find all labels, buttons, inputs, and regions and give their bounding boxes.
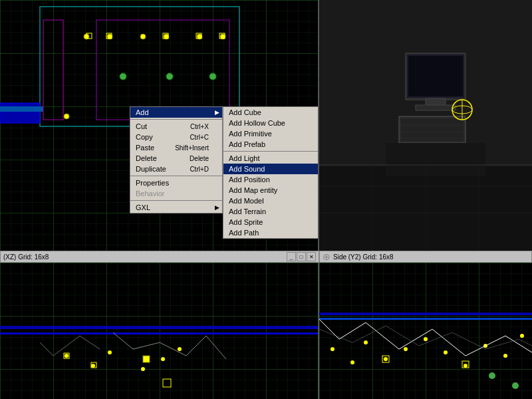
svg-point-8	[140, 34, 146, 39]
menu-item-delete[interactable]: Delete Delete	[130, 153, 222, 164]
viewport-bottom-left	[0, 263, 319, 399]
svg-point-15	[64, 114, 69, 119]
svg-point-71	[444, 350, 448, 354]
svg-point-76	[489, 372, 495, 379]
svg-rect-4	[0, 103, 40, 123]
svg-rect-5	[0, 106, 43, 112]
svg-point-50	[65, 354, 68, 358]
menu-item-delete-label: Delete	[136, 154, 157, 162]
svg-rect-27	[408, 56, 463, 96]
svg-rect-63	[319, 313, 532, 315]
submenu-arrow-gxl: ▶	[215, 204, 219, 211]
svg-point-77	[512, 382, 519, 389]
menu-shortcut-paste: Shift+Insert	[175, 144, 209, 152]
menu-item-duplicate-label: Duplicate	[136, 165, 166, 173]
menu-item-behavior: Behavior	[130, 188, 222, 199]
status-label-left: (XZ) Grid: 16x8	[3, 253, 49, 261]
svg-rect-58	[143, 356, 150, 362]
menu-separator-2	[130, 176, 222, 176]
svg-rect-31	[401, 118, 464, 141]
menu-separator-1	[130, 119, 222, 120]
svg-point-51	[91, 364, 95, 368]
viewport-bottom-right	[319, 263, 532, 399]
close-btn-left[interactable]: ✕	[307, 252, 316, 261]
status-bar-right: ⊕ Side (Y2) Grid: 16x8	[319, 251, 532, 263]
viewport-top-right	[319, 0, 532, 263]
svg-point-66	[350, 360, 354, 364]
menu-item-duplicate[interactable]: Duplicate Ctrl+D	[130, 164, 222, 174]
svg-point-68	[384, 357, 388, 361]
maximize-btn-left[interactable]: □	[297, 252, 306, 261]
menu-shortcut-delete: Delete	[190, 155, 209, 162]
status-label-right: Side (Y2) Grid: 16x8	[333, 253, 394, 261]
menu-item-gxl[interactable]: GXL ▶	[130, 202, 222, 213]
svg-point-70	[424, 337, 428, 341]
menu-shortcut-cut: Ctrl+X	[190, 123, 209, 130]
context-menu-main[interactable]: Add ▶ Cut Ctrl+X Copy Ctrl+C Paste Shift…	[130, 106, 223, 213]
menu-separator-3	[130, 200, 222, 201]
menu-item-add[interactable]: Add ▶	[130, 107, 222, 118]
svg-rect-48	[0, 326, 319, 329]
grid-svg-bottomright	[319, 263, 532, 399]
menu-item-cut-label: Cut	[136, 122, 147, 130]
svg-point-74	[503, 354, 507, 358]
status-bar-left: (XZ) Grid: 16x8 _ □ ✕	[0, 251, 319, 263]
svg-point-55	[178, 347, 182, 351]
3d-scene-svg	[319, 0, 532, 263]
svg-rect-38	[386, 143, 485, 176]
svg-point-14	[209, 73, 216, 80]
menu-item-copy[interactable]: Copy Ctrl+C	[130, 132, 222, 142]
svg-point-13	[166, 73, 173, 80]
svg-point-52	[108, 350, 112, 354]
svg-rect-62	[319, 263, 532, 399]
menu-item-copy-label: Copy	[136, 133, 153, 141]
svg-point-12	[120, 73, 126, 80]
menu-shortcut-copy: Ctrl+C	[190, 134, 209, 141]
menu-item-paste[interactable]: Paste Shift+Insert	[130, 142, 222, 153]
svg-point-67	[364, 340, 368, 344]
menu-item-add-label: Add	[136, 108, 149, 116]
menu-item-gxl-label: GXL	[136, 203, 150, 211]
viewport-top-left: Add ▶ Cut Ctrl+X Copy Ctrl+C Paste Shift…	[0, 0, 319, 263]
status-icon-right: ⊕	[323, 251, 331, 262]
menu-item-properties-label: Properties	[136, 179, 169, 187]
menu-item-cut[interactable]: Cut Ctrl+X	[130, 121, 222, 132]
svg-point-53	[141, 367, 145, 371]
status-controls-left: _ □ ✕	[287, 252, 316, 261]
submenu-arrow-add: ▶	[215, 109, 219, 116]
svg-rect-29	[416, 105, 456, 110]
minimize-btn-left[interactable]: _	[287, 252, 296, 261]
menu-shortcut-duplicate: Ctrl+D	[190, 166, 209, 173]
svg-point-65	[331, 347, 334, 351]
menu-item-behavior-label: Behavior	[136, 190, 164, 198]
main-layout: Add ▶ Cut Ctrl+X Copy Ctrl+C Paste Shift…	[0, 0, 532, 399]
svg-point-54	[161, 357, 165, 361]
menu-item-paste-label: Paste	[136, 144, 154, 152]
grid-svg-bottomleft	[0, 263, 319, 399]
svg-rect-64	[319, 318, 532, 320]
svg-point-75	[520, 334, 524, 338]
svg-point-72	[464, 364, 467, 368]
menu-item-properties[interactable]: Properties	[130, 178, 222, 188]
svg-point-69	[404, 347, 408, 351]
svg-rect-49	[0, 332, 319, 334]
svg-rect-47	[0, 263, 319, 399]
